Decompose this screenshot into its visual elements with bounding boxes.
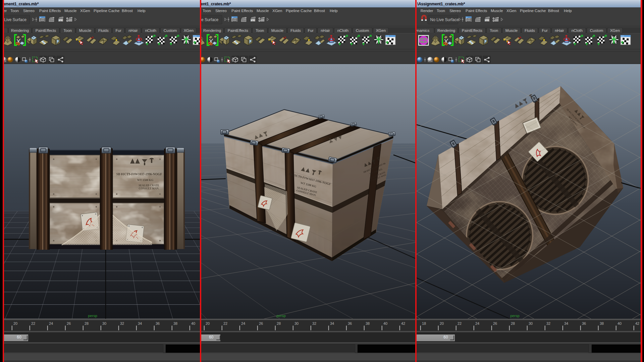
svg-text:\Assignment1_crates.mb*: \Assignment1_crates.mb* [201, 2, 231, 6]
svg-text:Bifrost: Bifrost [314, 9, 325, 13]
svg-text:persp: persp [510, 314, 520, 318]
svg-text:20: 20 [205, 321, 209, 325]
svg-text:36: 36 [347, 321, 352, 325]
svg-text:26: 26 [66, 321, 70, 325]
svg-text:Pipeline Cache: Pipeline Cache [94, 9, 119, 13]
svg-text:Muscle: Muscle [505, 28, 518, 33]
svg-text:40: 40 [191, 321, 195, 325]
svg-text:34: 34 [330, 321, 334, 325]
svg-text:PaintEffects: PaintEffects [462, 28, 482, 33]
svg-text:PaintEffects: PaintEffects [227, 28, 248, 33]
svg-text:36: 36 [582, 321, 586, 325]
svg-text:Muscle: Muscle [79, 28, 91, 33]
svg-text:40: 40 [618, 321, 622, 325]
svg-text:38: 38 [365, 321, 369, 325]
svg-text:30: 30 [294, 321, 298, 325]
svg-text:nHair: nHair [128, 28, 138, 33]
svg-text:30: 30 [529, 321, 533, 325]
svg-text:nHair: nHair [555, 28, 564, 33]
svg-text:24: 24 [475, 321, 479, 325]
svg-text:nCloth: nCloth [337, 28, 348, 33]
svg-text:Stereo: Stereo [449, 9, 461, 13]
svg-text:Toon: Toon [256, 28, 264, 33]
svg-text:40: 40 [383, 321, 387, 325]
svg-text:Help: Help [330, 9, 338, 13]
svg-text:28: 28 [84, 321, 88, 325]
svg-text:Fluids: Fluids [525, 28, 535, 33]
svg-text:Stereo: Stereo [215, 9, 227, 13]
svg-text:IPR: IPR [485, 19, 489, 21]
svg-text:22: 22 [31, 321, 35, 325]
svg-text:nCloth: nCloth [572, 28, 583, 33]
svg-text:Muscle: Muscle [257, 9, 269, 13]
svg-text:Custom: Custom [590, 28, 603, 33]
svg-text:XGen: XGen [272, 9, 282, 13]
svg-text:Fur: Fur [308, 28, 313, 33]
svg-text:SEALED CRATE: SEALED CRATE [139, 184, 159, 187]
svg-text:Fur: Fur [115, 28, 121, 33]
svg-text:WT 1500 KG: WT 1500 KG [137, 178, 154, 182]
svg-text:Fluids: Fluids [98, 28, 109, 33]
svg-text:32: 32 [120, 321, 124, 325]
svg-text:Fur: Fur [542, 28, 548, 33]
svg-text:Rendering: Rendering [203, 28, 221, 33]
svg-text:36: 36 [155, 321, 159, 325]
svg-text:28: 28 [511, 321, 515, 325]
svg-text:Pipeline Cache: Pipeline Cache [286, 9, 312, 13]
svg-text:\Assignment1_crates.mb*: \Assignment1_crates.mb* [4, 2, 39, 6]
svg-text:SB 01CT9-F#W1037-1996-NOGF: SB 01CT9-F#W1037-1996-NOGF [116, 173, 162, 176]
svg-text:Toon: Toon [10, 9, 19, 13]
svg-text:38: 38 [173, 321, 177, 325]
svg-text:Rendering: Rendering [437, 28, 455, 33]
svg-text:Dynamics: Dynamics [417, 28, 429, 33]
svg-text:Render: Render [4, 9, 7, 13]
svg-text:Bifrost: Bifrost [548, 9, 559, 13]
svg-text:Paint Effects: Paint Effects [231, 9, 253, 13]
svg-text:24: 24 [241, 321, 245, 325]
svg-text:38: 38 [600, 321, 604, 325]
svg-text:XGen: XGen [80, 9, 90, 13]
svg-text:XGen: XGen [610, 28, 620, 33]
svg-text:Pipeline Cache: Pipeline Cache [520, 9, 546, 13]
svg-text:Custom: Custom [356, 28, 369, 33]
svg-text:42: 42 [401, 321, 405, 325]
svg-text:XGen: XGen [183, 28, 193, 33]
svg-text:nCloth: nCloth [145, 28, 156, 33]
svg-text:IPR: IPR [251, 19, 255, 21]
svg-text:18: 18 [422, 321, 426, 325]
svg-text:No Live Surface: No Live Surface [4, 17, 26, 22]
svg-text:28: 28 [276, 321, 280, 325]
svg-text:34: 34 [564, 321, 568, 325]
svg-text:CONSULT MAN.: CONSULT MAN. [139, 187, 159, 190]
svg-text:Fluids: Fluids [290, 28, 301, 33]
svg-text:Paint Effects: Paint Effects [466, 9, 487, 13]
svg-text:30: 30 [102, 321, 106, 325]
svg-text:32: 32 [312, 321, 316, 325]
svg-text:26: 26 [493, 321, 497, 325]
svg-text:Muscle: Muscle [64, 9, 76, 13]
svg-text:XGen: XGen [506, 9, 516, 13]
svg-text:34: 34 [138, 321, 142, 325]
svg-text:20: 20 [440, 321, 444, 325]
svg-text:Muscle: Muscle [491, 9, 503, 13]
svg-text:Rendering: Rendering [11, 28, 29, 33]
svg-text:\Assignment1_crates.mb*: \Assignment1_crates.mb* [417, 2, 465, 6]
svg-text:Help: Help [138, 9, 146, 13]
svg-text:20: 20 [13, 321, 17, 325]
svg-text:Render: Render [421, 9, 433, 13]
svg-text:Custom: Custom [163, 28, 177, 33]
svg-text:Help: Help [564, 9, 572, 13]
svg-text:22: 22 [458, 321, 462, 325]
svg-text:No Live Surface: No Live Surface [201, 17, 218, 22]
svg-text:persp: persp [88, 314, 97, 318]
svg-text:No Live Surface: No Live Surface [430, 17, 459, 22]
svg-text:nHair: nHair [321, 28, 330, 33]
svg-text:26: 26 [259, 321, 263, 325]
svg-text:Bifrost: Bifrost [122, 9, 133, 13]
svg-text:IPR: IPR [59, 19, 63, 21]
svg-text:Paint Effects: Paint Effects [39, 9, 61, 13]
svg-text:Toon: Toon [203, 9, 211, 13]
svg-text:22: 22 [223, 321, 227, 325]
svg-text:persp: persp [276, 314, 286, 318]
svg-text:42: 42 [635, 321, 639, 325]
